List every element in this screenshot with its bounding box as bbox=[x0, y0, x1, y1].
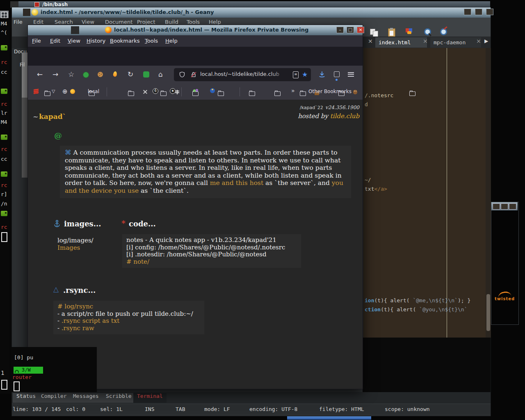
firefox-menu-tools[interactable]: Tools bbox=[145, 38, 158, 44]
geany-menu-document[interactable]: Document bbox=[105, 19, 132, 25]
firefox-titlebar[interactable]: local.hostl~kapad/index.html — Mozilla F… bbox=[28, 25, 363, 35]
firefox-maximize-button[interactable] bbox=[347, 27, 354, 33]
message-tab-status[interactable]: Status bbox=[13, 393, 39, 403]
firefox-close-button[interactable] bbox=[357, 27, 364, 33]
geany-editor[interactable]: /.notesrc d ~/ txt</a> ion(t){ alert( `@… bbox=[363, 48, 486, 338]
geany-toolbar-copy-icon[interactable] bbox=[370, 28, 379, 37]
firefox-menu-help[interactable]: Help bbox=[165, 38, 178, 44]
other-bookmarks-label[interactable]: Other Bookmarks bbox=[308, 89, 352, 94]
geany-minimize-button[interactable] bbox=[464, 9, 471, 15]
rsync-line: - .rsync raw bbox=[57, 325, 200, 332]
flame-extension-icon[interactable] bbox=[113, 71, 117, 77]
terminal-window-bottom-left[interactable]: [0] pu 3/W router bbox=[11, 347, 97, 392]
geany-menu-edit[interactable]: Edit bbox=[33, 19, 43, 25]
editor-line: txt</a> bbox=[365, 186, 387, 192]
geany-tab-index-html[interactable]: index.html bbox=[375, 37, 427, 48]
geany-menu-project[interactable]: Project bbox=[137, 19, 155, 25]
images-link[interactable]: Images bbox=[57, 244, 80, 251]
twisted-window-button[interactable] bbox=[501, 203, 508, 210]
geany-tab-mpc-daemon[interactable]: mpc-daemon bbox=[430, 37, 481, 48]
bookmark-folder-icon[interactable] bbox=[300, 91, 306, 96]
forward-icon[interactable] bbox=[52, 70, 58, 78]
message-tab-compiler[interactable]: Compiler bbox=[37, 393, 71, 403]
downloads-icon[interactable] bbox=[318, 70, 326, 78]
home-icon[interactable] bbox=[158, 70, 163, 78]
geany-tab-close-icon[interactable] bbox=[423, 38, 428, 44]
geany-sidebar-files-label[interactable]: Fil bbox=[20, 62, 25, 68]
bookmark-folder-icon[interactable] bbox=[128, 91, 134, 96]
bookmark-star-badge-icon[interactable] bbox=[170, 88, 176, 94]
bookmarks-overflow-icon[interactable] bbox=[291, 87, 295, 94]
bookmark-folder-icon[interactable] bbox=[160, 91, 167, 96]
geany-terminal-panel[interactable] bbox=[363, 338, 491, 392]
bookmark-folder-icon[interactable] bbox=[409, 91, 415, 96]
firefox-menu-history[interactable]: History bbox=[87, 38, 105, 44]
extensions-puzzle-icon[interactable] bbox=[334, 71, 340, 77]
bookmark-layers-icon[interactable] bbox=[34, 89, 39, 94]
rsync-script-link[interactable]: .rsync script as txt bbox=[62, 317, 119, 324]
bookmark-sun-icon[interactable] bbox=[70, 89, 75, 94]
message-tab-scribble[interactable]: Scribble bbox=[102, 393, 135, 403]
back-icon[interactable] bbox=[37, 70, 43, 78]
bookmark-folder-icon[interactable] bbox=[44, 91, 50, 96]
geany-maximize-button[interactable] bbox=[475, 9, 482, 15]
geany-menu-file[interactable]: File bbox=[14, 19, 23, 25]
extension-pill-icon[interactable] bbox=[143, 71, 149, 78]
reload-icon[interactable] bbox=[128, 70, 133, 78]
firefox-menu-bookmarks[interactable]: Bookmarks bbox=[110, 38, 140, 44]
firefox-menu-file[interactable]: File bbox=[32, 38, 41, 44]
bookmark-folder-icon[interactable] bbox=[274, 91, 281, 96]
bookmark-tools-icon[interactable] bbox=[143, 89, 148, 94]
reader-view-icon[interactable] bbox=[293, 71, 299, 78]
geany-menu-help[interactable]: Help bbox=[209, 19, 221, 25]
twisted-titlebar[interactable] bbox=[491, 202, 518, 210]
message-tab-terminal[interactable]: Terminal bbox=[133, 393, 167, 403]
geany-tab-overflow-icon[interactable] bbox=[484, 38, 488, 44]
geany-toolbar-color-chooser-icon[interactable] bbox=[406, 28, 412, 32]
geany-hidden-tab-close-icon[interactable] bbox=[368, 38, 373, 44]
url-bar[interactable]: local.host/~tildelike/tilde.club bbox=[174, 68, 311, 81]
bookmark-icon-six[interactable] bbox=[153, 88, 158, 94]
at-sign-link[interactable]: @ bbox=[54, 131, 62, 140]
twisted-window-button[interactable] bbox=[509, 203, 516, 210]
geany-window-menu-button[interactable] bbox=[23, 9, 30, 16]
terminal-text: r] bbox=[1, 191, 7, 197]
bookmark-local-label[interactable]: local bbox=[88, 89, 99, 94]
bookmark-owl-icon[interactable] bbox=[353, 90, 357, 94]
geany-menu-search[interactable]: Search bbox=[55, 19, 73, 25]
firefox-menu-view[interactable]: View bbox=[68, 38, 80, 44]
firefox-shade-button[interactable] bbox=[71, 26, 79, 34]
geany-menu-build[interactable]: Build bbox=[165, 19, 178, 25]
geany-menu-view[interactable]: View bbox=[82, 19, 94, 25]
bookmark-antenna-icon[interactable] bbox=[175, 90, 179, 94]
rsync-raw-link[interactable]: .rsync raw bbox=[62, 324, 94, 332]
geany-menu-tools[interactable]: Tools bbox=[187, 19, 200, 25]
bookmark-folder-icon[interactable] bbox=[249, 91, 255, 96]
code-note-link[interactable]: # note/ bbox=[126, 258, 297, 266]
geany-titlebar[interactable]: index.html - /servers/www/~tildelike/til… bbox=[12, 7, 491, 18]
bookmark-star-icon[interactable] bbox=[302, 71, 308, 78]
bookmark-police-icon[interactable] bbox=[210, 88, 215, 93]
bookmark-triangle-icon[interactable] bbox=[52, 89, 55, 94]
cookie-extension-icon[interactable] bbox=[98, 72, 103, 77]
message-tab-messages[interactable]: Messages bbox=[69, 393, 103, 403]
firefox-menu-edit[interactable]: Edit bbox=[50, 38, 60, 44]
editor-scrollbar[interactable] bbox=[486, 48, 491, 338]
geany-tab-close-icon[interactable] bbox=[476, 38, 481, 44]
bookmark-theater-masks-icon[interactable] bbox=[193, 88, 199, 93]
shield-icon[interactable] bbox=[179, 71, 185, 78]
hosted-by-link[interactable]: tilde.club bbox=[330, 112, 359, 120]
bookmark-globe-icon[interactable] bbox=[62, 88, 68, 95]
geany-close-button[interactable] bbox=[486, 9, 493, 15]
extension-green-circle-icon[interactable] bbox=[83, 72, 89, 78]
firefox-minimize-button[interactable] bbox=[336, 27, 344, 33]
geany-toolbar-paste-icon[interactable] bbox=[388, 28, 395, 37]
terminal-text: rc bbox=[1, 59, 7, 65]
app-menu-hamburger-icon[interactable] bbox=[348, 72, 354, 77]
twisted-window-button[interactable] bbox=[493, 203, 500, 210]
bookmark-folder-icon[interactable] bbox=[218, 91, 224, 96]
editor-scrollbar-thumb[interactable] bbox=[486, 294, 490, 331]
pocket-star-icon[interactable] bbox=[68, 70, 74, 78]
intro-link-host[interactable]: me and this host bbox=[210, 179, 263, 187]
lock-disabled-icon[interactable] bbox=[190, 71, 197, 78]
